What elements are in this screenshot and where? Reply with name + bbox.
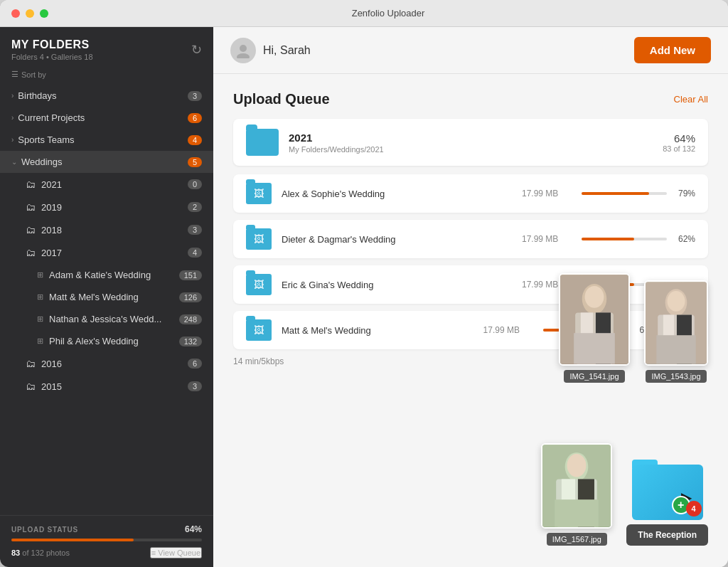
user-greeting: Hi, Sarah (230, 38, 311, 63)
sidebar-item-2019[interactable]: 🗂 2019 2 (0, 196, 213, 218)
sidebar-item-current-projects[interactable]: › Current Projects 6 (0, 107, 213, 129)
folder-sm-icon: 🖼 (246, 183, 272, 204)
sort-icon: ☰ (11, 70, 18, 79)
main-top-bar: Hi, Sarah Add New (213, 27, 728, 74)
svg-rect-8 (574, 333, 615, 364)
upload-queue-header: Upload Queue Clear All (233, 91, 708, 107)
sidebar-item-2017[interactable]: 🗂 2017 4 (0, 241, 213, 264)
sidebar-item-sports-teams[interactable]: › Sports Teams 4 (0, 129, 213, 151)
svg-point-0 (240, 45, 247, 52)
title-bar: Zenfolio Uploader (0, 0, 728, 27)
photo-icon: 🖼 (254, 279, 264, 290)
row-size: 17.99 MB (522, 234, 564, 244)
queue-item-name: 2021 (289, 132, 653, 144)
photo-icon: 🖼 (254, 188, 264, 199)
thumb-img-1541 (559, 273, 630, 366)
sort-bar: ☰ Sort by (0, 67, 213, 85)
queue-item-count: 83 of 132 (663, 144, 695, 153)
sidebar-item-nathan-jessica[interactable]: ⊞ Nathan & Jessica's Wedd... 248 (0, 308, 213, 330)
chevron-right-icon: › (11, 114, 14, 122)
thumb-label-1543: IMG_1543.jpg (646, 370, 706, 383)
gallery-icon: ⊞ (37, 270, 43, 280)
svg-point-14 (668, 291, 685, 312)
sidebar-item-2016[interactable]: 🗂 2016 6 (0, 352, 213, 375)
chevron-down-icon: ⌄ (11, 158, 17, 166)
clear-all-button[interactable]: Clear All (674, 94, 708, 105)
thumbnail-1567: IMG_1567.jpg (541, 443, 612, 546)
sidebar-header: MY FOLDERS Folders 4 • Galleries 18 ↻ (0, 27, 213, 67)
view-queue-button[interactable]: ≡ View Queue (150, 547, 202, 558)
gallery-icon: ⊞ (37, 337, 43, 346)
add-new-button[interactable]: Add New (634, 37, 711, 63)
thumb-img-1543 (644, 280, 708, 366)
row-label: Matt & Mel's Wedding (282, 325, 473, 336)
svg-point-21 (567, 454, 587, 477)
upload-progress-fill (11, 539, 134, 541)
sidebar-subtitle: Folders 4 • Galleries 18 (11, 53, 93, 61)
sidebar-item-2018[interactable]: 🗂 2018 3 (0, 218, 213, 241)
folder-icon: 🗂 (26, 358, 36, 369)
sidebar-item-phil-alex[interactable]: ⊞ Phil & Alex's Wedding 132 (0, 330, 213, 352)
folder-drop-icon: ▶ + 4 (632, 460, 703, 520)
close-button[interactable] (11, 9, 20, 18)
chevron-right-icon: › (11, 136, 14, 144)
reception-folder[interactable]: ▶ + 4 The Reception (626, 460, 708, 546)
row-progress-area: 62% (582, 234, 695, 244)
folder-icon: 🗂 (26, 247, 36, 258)
sidebar-title: MY FOLDERS (11, 38, 93, 51)
sidebar-item-matt-mel[interactable]: ⊞ Matt & Mel's Wedding 126 (0, 286, 213, 308)
bride-photo-1543 (646, 282, 707, 364)
bride-photo-1541 (560, 275, 628, 364)
sidebar-item-weddings[interactable]: ⌄ Weddings 5 (0, 151, 213, 173)
gallery-icon: ⊞ (37, 314, 43, 324)
sidebar-item-birthdays[interactable]: › Birthdays 3 (0, 85, 213, 107)
svg-point-1 (237, 53, 250, 58)
sidebar-item-2021[interactable]: 🗂 2021 0 (0, 173, 213, 196)
folder-icon: 🗂 (26, 201, 36, 213)
sidebar-footer: UPLOAD STATUS 64% 83 of 132 photos ≡ Vie… (0, 515, 213, 567)
refresh-icon[interactable]: ↻ (191, 42, 202, 58)
sidebar-title-group: MY FOLDERS Folders 4 • Galleries 18 (11, 38, 93, 61)
upload-status-pct: 64% (185, 524, 202, 534)
svg-point-7 (585, 286, 604, 308)
sidebar-item-2015[interactable]: 🗂 2015 3 (0, 375, 213, 398)
app-window: Zenfolio Uploader MY FOLDERS Folders 4 •… (0, 0, 728, 567)
thumb-label-1567: IMG_1567.jpg (547, 533, 607, 546)
upload-status-label: UPLOAD STATUS (11, 526, 78, 534)
maximize-button[interactable] (40, 9, 48, 18)
folder-sm-icon: 🖼 (246, 274, 272, 295)
sidebar-list: › Birthdays 3 › Current Projects 6 › Spo… (0, 85, 213, 515)
sidebar-item-adam-katie[interactable]: ⊞ Adam & Katie's Wedding 151 (0, 264, 213, 286)
gallery-icon: ⊞ (37, 292, 43, 302)
row-pct: 79% (673, 189, 695, 198)
window-title: Zenfolio Uploader (60, 8, 717, 18)
main-panel: Hi, Sarah Add New Upload Queue Clear All… (213, 27, 728, 567)
row-progress-fill (582, 192, 649, 195)
row-progress-area: 79% (582, 189, 695, 198)
thumb-label-1541: IMG_1541.jpg (564, 370, 624, 383)
folder-sm-icon: 🖼 (246, 228, 272, 250)
minimize-button[interactable] (26, 9, 34, 18)
greeting-text: Hi, Sarah (263, 44, 311, 57)
queue-item-info: 2021 My Folders/Weddings/2021 (289, 132, 653, 154)
photo-icon: 🖼 (254, 233, 264, 245)
queue-top-item-header: 2021 My Folders/Weddings/2021 64% 83 of … (246, 129, 695, 156)
sidebar: MY FOLDERS Folders 4 • Galleries 18 ↻ ☰ … (0, 27, 213, 567)
row-pct: 62% (673, 234, 695, 244)
photo-icon: 🖼 (254, 324, 264, 336)
queue-item-right: 64% 83 of 132 (663, 132, 695, 153)
upload-photos-text: 83 of 132 photos (11, 549, 70, 557)
upload-status-footer: 83 of 132 photos ≡ View Queue (11, 547, 202, 558)
row-label: Eric & Gina's Wedding (282, 280, 512, 290)
queue-row-alex-sophie: 🖼 Alex & Sophie's Wedding 17.99 MB 79% (233, 174, 708, 213)
count-badge: 4 (686, 501, 702, 516)
main-content: MY FOLDERS Folders 4 • Galleries 18 ↻ ☰ … (0, 27, 728, 567)
folder-drop-label: The Reception (626, 524, 708, 546)
thumbnail-1541: IMG_1541.jpg (559, 273, 630, 383)
avatar (230, 38, 256, 63)
thumbnail-1543: IMG_1543.jpg (644, 280, 708, 383)
row-progress-track (582, 238, 667, 240)
queue-item-path: My Folders/Weddings/2021 (289, 145, 653, 154)
main-body: Upload Queue Clear All 2021 My Folders/W… (213, 74, 728, 567)
queue-top-item: 2021 My Folders/Weddings/2021 64% 83 of … (233, 119, 708, 166)
